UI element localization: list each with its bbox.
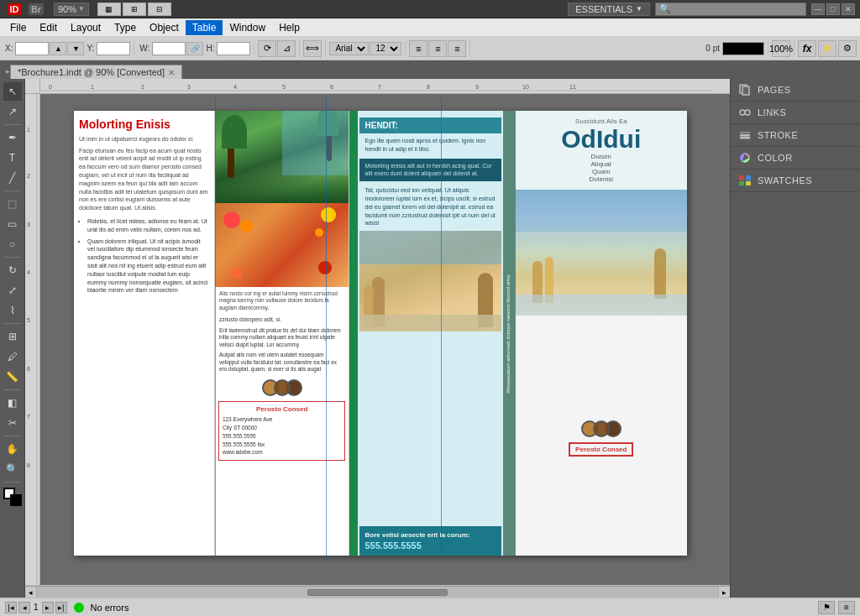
col4-sub1: Duisim <box>522 153 680 160</box>
lightning-btn[interactable]: ⚡ <box>818 40 836 57</box>
first-page-btn[interactable]: |◂ <box>5 602 17 613</box>
tool-sep-7 <box>4 482 21 483</box>
free-transform-tool[interactable]: ⊞ <box>3 327 22 346</box>
col4-sub2: Aliquat <box>522 160 680 168</box>
font-select[interactable]: Arial <box>329 42 369 55</box>
panel-links[interactable]: LINKS <box>731 102 860 124</box>
col4-top: Suscidunt Alis Ea OdIdui Duisim Aliquat … <box>516 111 687 190</box>
close-button[interactable]: ✕ <box>842 3 855 15</box>
stroke-color-swatch[interactable] <box>722 42 764 55</box>
col3-photo <box>359 231 501 331</box>
direct-select-tool[interactable]: ↗ <box>3 102 22 121</box>
panel-color[interactable]: COLOR <box>731 147 860 170</box>
col4-top-text: Suscidunt Alis Ea <box>522 117 680 125</box>
maximize-button[interactable]: □ <box>826 3 840 15</box>
menu-file[interactable]: File <box>3 20 33 35</box>
col2-address: 123 Everywhere Ave City ST 00000 555.555… <box>223 415 342 457</box>
panel-stroke[interactable]: STROKE <box>731 124 860 147</box>
toolbar: X: ▲ ▼ Y: W: 🔗 H: ⟳ ⊿ ⟺ Arial 12 ≡ ≡ ≡ 0… <box>0 37 860 60</box>
status-bar <box>25 585 730 586</box>
gradient-tool[interactable]: ◧ <box>3 394 22 412</box>
zoom-level[interactable]: 100% <box>772 40 790 57</box>
line-tool[interactable]: ╱ <box>3 169 22 187</box>
col2-text2: Erit laoierostrud dit pratue tis del dui… <box>215 326 349 350</box>
tab-close-button[interactable]: ✕ <box>168 68 175 77</box>
col1-title: Molorting Enisis <box>79 117 209 132</box>
menu-window[interactable]: Window <box>223 20 272 35</box>
x-input[interactable] <box>15 42 49 55</box>
zoom-tool[interactable]: 🔍 <box>3 460 22 478</box>
h-scrollbar[interactable]: ◂ ▸ <box>25 586 730 598</box>
col2-contact-name: Perosto Consed <box>223 405 342 413</box>
x-spinner-dn[interactable]: ▼ <box>67 42 84 55</box>
document-tab[interactable]: *Brochure1.indt @ 90% [Converted] ✕ <box>10 65 182 79</box>
swatches-label: SWATCHES <box>758 175 812 185</box>
size-group: W: 🔗 H: <box>138 42 254 55</box>
search-box[interactable]: 🔍 <box>655 3 806 16</box>
select-tool[interactable]: ↖ <box>3 82 22 101</box>
canvas-area: 0 1 2 3 4 5 6 7 8 9 10 11 1 2 3 4 <box>25 79 730 598</box>
menu-table[interactable]: Table <box>186 20 223 35</box>
lock-proportions[interactable]: 🔗 <box>186 42 203 55</box>
rect-tool[interactable]: ▭ <box>3 215 22 233</box>
plugin-btn[interactable]: ⚙ <box>838 40 857 57</box>
minimize-button[interactable]: — <box>811 3 825 15</box>
pen-tool[interactable]: ✒ <box>3 128 22 147</box>
brochure-col3: Alissequatum adionsed dolorpe raessim ll… <box>349 111 515 556</box>
x-spinner-up[interactable]: ▲ <box>50 42 66 55</box>
align-left-btn[interactable]: ≡ <box>409 40 427 57</box>
rect-frame-tool[interactable]: ⬚ <box>3 195 22 213</box>
measure-tool[interactable]: 📏 <box>3 368 22 386</box>
essentials-button[interactable]: ESSENTIALS ▼ <box>568 3 650 16</box>
stroke-swatch[interactable] <box>10 494 22 506</box>
view-options-btn[interactable]: ≡ <box>838 601 855 614</box>
type-tool[interactable]: T <box>3 149 22 167</box>
menu-type[interactable]: Type <box>108 20 143 35</box>
h-input[interactable] <box>217 42 250 55</box>
ruler-corner <box>25 79 40 94</box>
svg-rect-36 <box>746 181 751 185</box>
view-controls: ▦ ⊞ ⊟ <box>97 3 171 16</box>
shear-tool[interactable]: ⌇ <box>3 301 22 320</box>
svg-text:6: 6 <box>27 366 30 372</box>
ruler-left: 1 2 3 4 5 6 7 8 <box>25 94 40 598</box>
menu-edit[interactable]: Edit <box>33 20 64 35</box>
rotate-tool[interactable]: ↻ <box>3 261 22 279</box>
bottom-right-controls: ⚑ ≡ <box>818 601 855 614</box>
scroll-handle[interactable] <box>307 589 448 596</box>
zoom-control[interactable]: 90% ▼ <box>54 3 89 16</box>
panel-swatches[interactable]: SWATCHES <box>731 170 860 192</box>
prev-page-btn[interactable]: ◂ <box>18 602 30 613</box>
last-page-btn[interactable]: ▸| <box>55 602 67 613</box>
panel-pages[interactable]: PAGES <box>731 79 860 102</box>
w-input[interactable] <box>152 42 186 55</box>
align-right-btn[interactable]: ≡ <box>448 40 466 57</box>
menu-layout[interactable]: Layout <box>64 20 108 35</box>
next-page-btn[interactable]: ▸ <box>42 602 54 613</box>
tool-sep-6 <box>4 436 21 436</box>
zoom-group: 100% <box>772 40 794 57</box>
align-center-btn[interactable]: ≡ <box>428 40 447 57</box>
flip-btn[interactable]: ⟺ <box>303 40 322 57</box>
scroll-left-btn[interactable]: ◂ <box>25 587 37 598</box>
rotate-btn[interactable]: ⟳ <box>258 40 276 57</box>
scroll-right-btn[interactable]: ▸ <box>718 587 730 598</box>
fx-button[interactable]: fx <box>798 40 816 57</box>
eyedropper-tool[interactable]: 🖊 <box>3 347 22 366</box>
menu-object[interactable]: Object <box>143 20 186 35</box>
size-select[interactable]: 12 <box>370 42 401 55</box>
position-group: X: ▲ ▼ Y: <box>3 42 134 55</box>
view-btn-1[interactable]: ▦ <box>97 3 121 16</box>
view-btn-3[interactable]: ⊟ <box>148 3 171 16</box>
y-input[interactable] <box>97 42 130 55</box>
menu-help[interactable]: Help <box>272 20 307 35</box>
col3-para2: Molorting enisis alit aut in henibh acin… <box>364 162 496 179</box>
hand-tool[interactable]: ✋ <box>3 440 22 458</box>
scale-tool[interactable]: ⤢ <box>3 281 22 300</box>
shear-btn[interactable]: ⊿ <box>277 40 296 57</box>
ellipse-tool[interactable]: ○ <box>3 235 22 253</box>
view-btn-2[interactable]: ⊞ <box>123 3 146 16</box>
search-input[interactable] <box>674 4 802 14</box>
preflight-btn[interactable]: ⚑ <box>818 601 835 614</box>
scissors-tool[interactable]: ✂ <box>3 414 22 432</box>
